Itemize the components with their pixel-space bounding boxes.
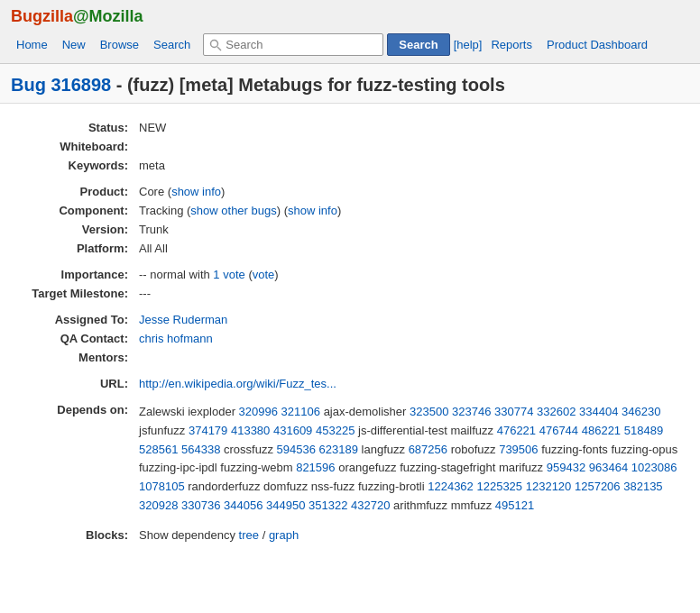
dep-text: mmfuzz — [451, 499, 493, 512]
nav-new[interactable]: New — [57, 38, 91, 51]
dep-link[interactable]: 486221 — [582, 424, 621, 437]
product-value: Core (show info) — [135, 182, 682, 201]
status-row: Status: NEW — [18, 118, 682, 137]
keywords-row: Keywords: meta — [18, 156, 682, 175]
assigned-to-label: Assigned To: — [18, 310, 135, 329]
dep-link[interactable]: 963464 — [589, 461, 628, 474]
dep-link[interactable]: 959432 — [547, 461, 585, 474]
dep-link[interactable]: 382135 — [623, 480, 662, 493]
search-button[interactable]: Search — [387, 33, 449, 56]
vote-count-link[interactable]: 1 vote — [213, 268, 244, 281]
component-show-info-link[interactable]: show info — [288, 204, 337, 217]
importance-value: -- normal with 1 vote (vote) — [135, 265, 682, 284]
dep-link[interactable]: 330774 — [494, 405, 533, 418]
dep-link[interactable]: 344056 — [224, 499, 262, 512]
qa-contact-row: QA Contact: chris hofmann — [18, 329, 682, 348]
dep-text: mailfuzz — [450, 424, 493, 437]
dep-link[interactable]: 432720 — [351, 499, 390, 512]
dep-link[interactable]: 330736 — [181, 499, 220, 512]
help-link[interactable]: [help] — [454, 38, 483, 51]
dep-link[interactable]: 687256 — [409, 443, 447, 456]
dep-link[interactable]: 351322 — [309, 499, 347, 512]
mentors-value — [135, 348, 682, 367]
dep-link[interactable]: 594536 — [277, 443, 316, 456]
url-row: URL: http://en.wikipedia.org/wiki/Fuzz_t… — [18, 374, 682, 393]
dep-link[interactable]: 1225325 — [476, 480, 522, 493]
url-label: URL: — [18, 374, 135, 393]
detail-table: Status: NEW Whiteboard: Keywords: meta P… — [18, 118, 682, 544]
qa-contact-link[interactable]: chris hofmann — [139, 332, 213, 345]
nav-product-dashboard[interactable]: Product Dashboard — [541, 38, 653, 51]
page-title-bar: Bug 316898 - (fuzz) [meta] Metabugs for … — [0, 64, 700, 104]
component-show-other-bugs-link[interactable]: show other bugs — [190, 204, 276, 217]
bug-details: Status: NEW Whiteboard: Keywords: meta P… — [0, 104, 700, 559]
blocks-tree-link[interactable]: tree — [239, 528, 259, 542]
dep-link[interactable]: 476221 — [497, 424, 536, 437]
assigned-to-row: Assigned To: Jesse Ruderman — [18, 310, 682, 329]
target-milestone-row: Target Milestone: --- — [18, 284, 682, 303]
product-row: Product: Core (show info) — [18, 182, 682, 201]
nav-bar: Home New Browse Search Search [help] Rep… — [0, 28, 700, 63]
dep-link[interactable]: 518489 — [624, 424, 663, 437]
assigned-to-link[interactable]: Jesse Ruderman — [139, 313, 227, 326]
vote-link[interactable]: vote — [253, 268, 275, 281]
dep-link[interactable]: 332602 — [537, 405, 576, 418]
dep-text: js-differential-test — [358, 424, 447, 437]
dep-link[interactable]: 821596 — [296, 461, 335, 474]
product-show-info-link[interactable]: show info — [171, 185, 221, 198]
dep-link[interactable]: 495121 — [495, 499, 534, 512]
blocks-graph-link[interactable]: graph — [269, 528, 299, 542]
dep-link[interactable]: 623189 — [319, 443, 358, 456]
dep-text: Zalewski — [139, 405, 185, 418]
dep-link[interactable]: 1078105 — [139, 480, 185, 493]
dep-text: fuzzing-opus — [612, 443, 678, 456]
mentors-row: Mentors: — [18, 348, 682, 367]
mentors-label: Mentors: — [18, 348, 135, 367]
blocks-label: Blocks: — [18, 526, 135, 544]
dep-text: crossfuzz — [224, 443, 273, 456]
dep-link[interactable]: 320996 — [239, 405, 278, 418]
dep-link[interactable]: 564338 — [181, 443, 220, 456]
dep-link[interactable]: 1257206 — [575, 480, 621, 493]
dep-link[interactable]: 320928 — [139, 499, 178, 512]
dep-link[interactable]: 323746 — [452, 405, 491, 418]
product-label: Product: — [18, 182, 135, 201]
target-milestone-value: --- — [135, 284, 682, 303]
url-value: http://en.wikipedia.org/wiki/Fuzz_tes... — [135, 374, 682, 393]
dep-link[interactable]: 1224362 — [428, 480, 474, 493]
version-row: Version: Trunk — [18, 220, 682, 239]
dep-link[interactable]: 321106 — [281, 405, 320, 418]
status-value: NEW — [135, 118, 682, 137]
dep-link[interactable]: 344950 — [266, 499, 305, 512]
search-input[interactable] — [203, 33, 383, 56]
dep-link[interactable]: 431609 — [273, 424, 312, 437]
dep-link[interactable]: 739506 — [499, 443, 538, 456]
bug-id-link[interactable]: Bug 316898 — [11, 75, 111, 95]
dep-link[interactable]: 334404 — [579, 405, 618, 418]
dep-link[interactable]: 476744 — [539, 424, 578, 437]
depends-on-value: Zalewski iexploder 320996 321106 ajax-de… — [135, 400, 682, 518]
platform-value: All All — [135, 239, 682, 258]
dep-link[interactable]: 453225 — [316, 424, 355, 437]
dep-link[interactable]: 1232120 — [526, 480, 572, 493]
dep-link[interactable]: 346230 — [622, 405, 660, 418]
dep-text: orangefuzz — [338, 461, 396, 474]
nav-reports[interactable]: Reports — [485, 38, 538, 51]
dep-link[interactable]: 1023086 — [631, 461, 677, 474]
dep-text: fuzzing-fonts — [541, 443, 608, 456]
component-row: Component: Tracking (show other bugs) (s… — [18, 201, 682, 220]
status-label: Status: — [18, 118, 135, 137]
depends-on-row: Depends on: Zalewski iexploder 320996 32… — [18, 400, 682, 518]
dep-link[interactable]: 413380 — [231, 424, 270, 437]
url-link[interactable]: http://en.wikipedia.org/wiki/Fuzz_tes... — [139, 377, 336, 390]
dep-text: randorderfuzz — [188, 480, 260, 493]
dep-link[interactable]: 528561 — [139, 443, 178, 456]
nav-search-link[interactable]: Search — [148, 38, 196, 51]
dep-link[interactable]: 323500 — [410, 405, 448, 418]
assigned-to-value: Jesse Ruderman — [135, 310, 682, 329]
nav-home[interactable]: Home — [11, 38, 53, 51]
dep-link[interactable]: 374179 — [189, 424, 227, 437]
depends-on-label: Depends on: — [18, 400, 135, 518]
dep-text: fuzzing-ipc-ipdl — [139, 461, 217, 474]
nav-browse[interactable]: Browse — [95, 38, 144, 51]
